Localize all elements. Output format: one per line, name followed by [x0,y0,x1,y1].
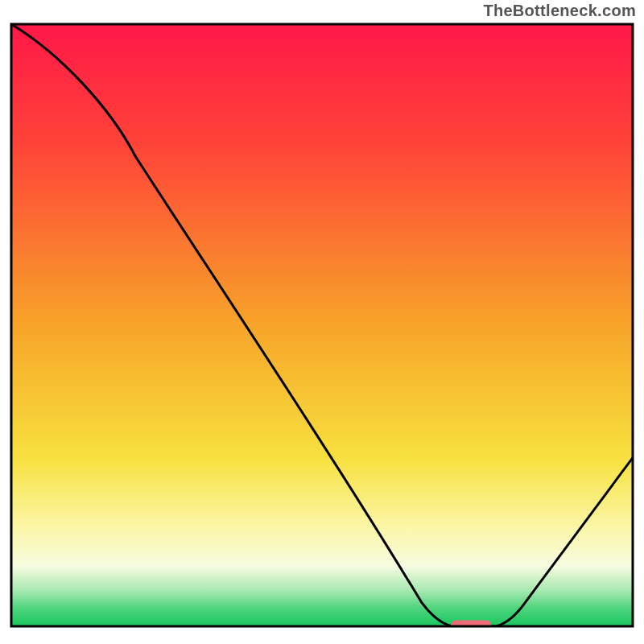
watermark-text: TheBottleneck.com [483,2,636,20]
bottleneck-chart [0,0,644,644]
gradient-background [11,24,633,626]
chart-container: TheBottleneck.com [0,0,644,644]
